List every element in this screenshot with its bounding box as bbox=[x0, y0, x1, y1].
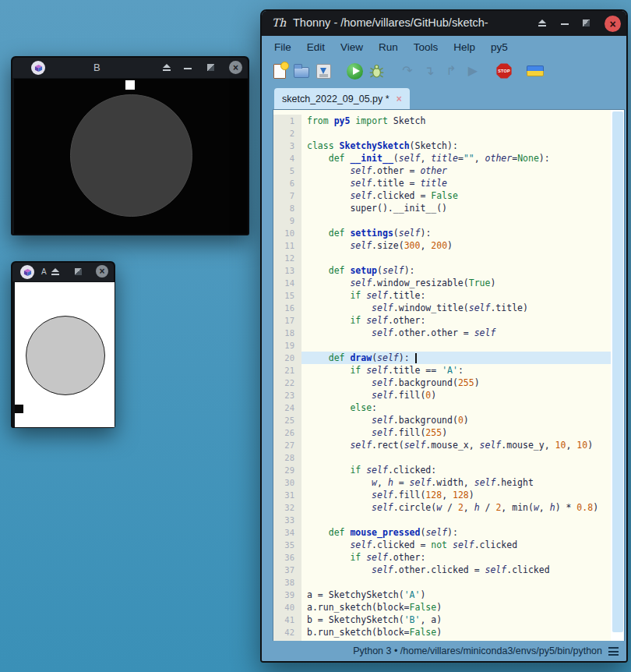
line-content: def __init__(self, title="", other=None)… bbox=[301, 152, 611, 164]
toolbar-ukraine-flag[interactable] bbox=[526, 61, 545, 81]
maximize-button[interactable] bbox=[583, 19, 590, 27]
code-line-20: 20 def draw(self): bbox=[273, 352, 624, 364]
menu-file[interactable]: File bbox=[266, 38, 299, 56]
line-number: 20 bbox=[273, 352, 301, 364]
code-line-23: 23 self.fill(0) bbox=[273, 389, 624, 401]
line-number: 33 bbox=[273, 514, 301, 526]
line-number: 19 bbox=[273, 339, 301, 352]
line-content: self.fill(255) bbox=[301, 426, 611, 439]
eject-icon[interactable] bbox=[538, 19, 547, 27]
minimize-button[interactable] bbox=[184, 64, 192, 69]
sketch-window-a: A × bbox=[11, 261, 115, 428]
scrollbar-thumb[interactable] bbox=[612, 111, 623, 632]
code-line-34: 34 def mouse_pressed(self): bbox=[273, 526, 624, 539]
code-line-37: 37 self.other.clicked = self.clicked bbox=[273, 564, 624, 576]
maximize-button[interactable] bbox=[75, 268, 82, 275]
sketch-a-canvas[interactable] bbox=[15, 282, 115, 427]
close-button[interactable]: × bbox=[605, 16, 621, 32]
line-number: 17 bbox=[273, 314, 301, 327]
text-cursor bbox=[415, 353, 417, 363]
line-number: 31 bbox=[273, 489, 301, 501]
maximize-glyph bbox=[75, 268, 82, 275]
editor-tab[interactable]: sketch_2022_09_05.py * × bbox=[274, 88, 410, 109]
line-content: self.background(255) bbox=[301, 377, 611, 389]
line-number: 26 bbox=[273, 426, 301, 439]
eject-glyph bbox=[51, 268, 60, 276]
code-line-7: 7 self.clicked = False bbox=[273, 189, 624, 202]
menu-py5[interactable]: py5 bbox=[483, 38, 516, 56]
line-content: self.background(0) bbox=[301, 414, 611, 426]
menu-run[interactable]: Run bbox=[371, 38, 406, 56]
eject-icon[interactable] bbox=[51, 268, 60, 276]
code-line-32: 32 self.circle(w / 2, h / 2, min(w, h) *… bbox=[273, 501, 624, 514]
code-line-16: 16 self.window_title(self.title) bbox=[273, 302, 624, 314]
line-content: self.rect(self.mouse_x, self.mouse_y, 10… bbox=[301, 439, 611, 451]
code-editor[interactable]: 1from py5 import Sketch23class SketchySk… bbox=[273, 109, 625, 644]
eject-glyph bbox=[538, 19, 547, 27]
line-content: self.size(300, 200) bbox=[301, 239, 611, 252]
close-button[interactable]: × bbox=[229, 61, 242, 74]
code-line-25: 25 self.background(0) bbox=[273, 414, 624, 426]
code-line-11: 11 self.size(300, 200) bbox=[273, 239, 624, 252]
line-content bbox=[301, 576, 611, 589]
mouse-rect bbox=[125, 80, 135, 90]
code-line-26: 26 self.fill(255) bbox=[273, 426, 624, 439]
line-number: 13 bbox=[273, 264, 301, 277]
line-number: 3 bbox=[273, 140, 301, 152]
line-content: self.other.clicked = self.clicked bbox=[301, 564, 611, 576]
code-line-5: 5 self.other = other bbox=[273, 164, 624, 177]
status-bar: Python 3 • /home/villares/miniconda3/env… bbox=[262, 641, 626, 661]
window-title: B bbox=[93, 62, 100, 73]
line-number: 18 bbox=[273, 327, 301, 339]
toolbar-save-file-button[interactable] bbox=[314, 61, 333, 81]
code-line-12: 12 bbox=[273, 252, 624, 264]
line-content: if self.title: bbox=[301, 289, 611, 302]
menu-help[interactable]: Help bbox=[446, 38, 483, 56]
line-number: 4 bbox=[273, 152, 301, 164]
menu-view[interactable]: View bbox=[333, 38, 371, 56]
menu-tools[interactable]: Tools bbox=[406, 38, 446, 56]
clicked-circle bbox=[26, 316, 105, 395]
code-line-31: 31 self.fill(128, 128) bbox=[273, 489, 624, 501]
line-content: self.other.other = self bbox=[301, 327, 611, 339]
interpreter-path[interactable]: Python 3 • /home/villares/miniconda3/env… bbox=[353, 645, 602, 656]
line-number: 41 bbox=[273, 614, 301, 626]
close-button[interactable]: × bbox=[96, 265, 108, 278]
sketch-b-titlebar[interactable]: B × bbox=[12, 58, 248, 78]
toolbar-run-script-button[interactable] bbox=[345, 61, 364, 81]
code-line-22: 22 self.background(255) bbox=[273, 377, 624, 389]
line-content: class SketchySketch(Sketch): bbox=[301, 140, 611, 152]
toolbar-debug-script-button[interactable] bbox=[367, 61, 386, 81]
line-content: b = SketchySketch('B', a) bbox=[301, 614, 611, 626]
toolbar-stop-button[interactable]: STOP bbox=[495, 61, 513, 81]
hamburger-menu-icon[interactable] bbox=[608, 647, 619, 656]
toolbar-open-file-button[interactable] bbox=[292, 61, 311, 81]
clicked-circle bbox=[70, 94, 192, 217]
line-number: 42 bbox=[273, 626, 301, 638]
cube-icon bbox=[23, 268, 32, 277]
line-content: if self.clicked: bbox=[301, 464, 611, 476]
tab-close-icon[interactable]: × bbox=[397, 94, 402, 104]
desktop: B × A × bbox=[0, 0, 631, 672]
line-content: self.window_resizable(True) bbox=[301, 277, 611, 289]
line-number: 6 bbox=[273, 177, 301, 189]
line-content: self.title = title bbox=[301, 177, 611, 189]
toolbar-resume-button: ▶ bbox=[464, 61, 482, 81]
sketch-a-titlebar[interactable]: A × bbox=[12, 263, 114, 281]
toolbar-new-file-button[interactable] bbox=[270, 61, 289, 81]
sketch-b-canvas[interactable] bbox=[14, 79, 248, 234]
minimize-button[interactable] bbox=[561, 19, 569, 25]
line-number: 16 bbox=[273, 302, 301, 314]
line-content: from py5 import Sketch bbox=[301, 115, 611, 127]
line-content: self.circle(w / 2, h / 2, min(w, h) * 0.… bbox=[301, 501, 611, 514]
code-line-9: 9 bbox=[273, 214, 624, 227]
vertical-scrollbar[interactable] bbox=[611, 110, 624, 643]
thonny-titlebar[interactable]: Th Thonny - /home/villares/GitHub/sketch… bbox=[262, 11, 626, 36]
line-content: def draw(self): bbox=[301, 352, 611, 364]
tab-bar: sketch_2022_09_05.py * × bbox=[262, 84, 626, 109]
line-content: self.clicked = not self.clicked bbox=[301, 539, 611, 551]
line-content: else: bbox=[301, 401, 611, 414]
maximize-button[interactable] bbox=[207, 64, 214, 71]
menu-edit[interactable]: Edit bbox=[299, 38, 333, 56]
eject-icon[interactable] bbox=[162, 64, 171, 72]
